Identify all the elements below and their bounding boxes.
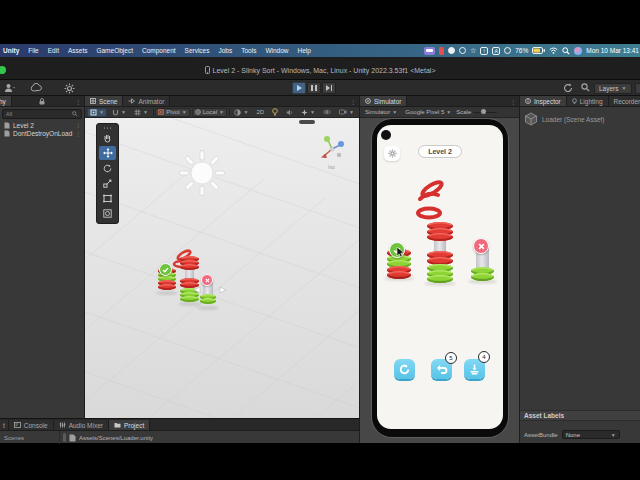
scene-visibility-toggle[interactable] [320, 108, 334, 117]
cloud-icon[interactable] [30, 83, 43, 92]
screen-mirroring-icon[interactable] [424, 47, 435, 55]
status-circle2-icon[interactable] [459, 47, 466, 54]
tab-simulator[interactable]: Simulator [360, 96, 407, 106]
layers-dropdown[interactable]: Layers▼ [594, 83, 632, 94]
panel-menu-icon[interactable]: ⋮ [72, 98, 84, 105]
tab-hierarchy[interactable]: Hierarchy [0, 96, 12, 106]
view-hand-tool[interactable] [99, 131, 116, 145]
panel-menu-icon[interactable]: ⋮ [347, 98, 359, 105]
menu-help[interactable]: Help [298, 47, 311, 54]
menu-gameobject[interactable]: GameObject [96, 47, 133, 54]
row-options-icon[interactable]: ⋮ [76, 131, 85, 137]
view-projection-label[interactable]: Iso [328, 164, 335, 170]
directional-light-gizmo[interactable] [179, 150, 225, 196]
hierarchy-search-input[interactable]: All [2, 109, 82, 119]
menu-clock[interactable]: Mon 10 Mar 13:41 [586, 47, 639, 54]
2d-toggle[interactable]: 2D [253, 108, 267, 117]
tab-animator[interactable]: Animator [123, 96, 170, 106]
rect-tool[interactable] [99, 191, 116, 205]
wifi-icon[interactable] [549, 47, 558, 54]
search-icon[interactable] [581, 83, 590, 92]
hierarchy-row-level2[interactable]: Level 2 ⋮ [0, 121, 84, 130]
lock-icon[interactable] [36, 98, 48, 105]
scene-camera-dropdown[interactable]: ▼ [336, 108, 357, 117]
services-gear-icon[interactable] [64, 83, 75, 94]
menu-assets[interactable]: Assets [68, 47, 88, 54]
scene-check-badge[interactable] [159, 263, 172, 276]
grid-snap-dropdown[interactable]: ▼ [131, 108, 151, 117]
menu-jobs[interactable]: Jobs [219, 47, 233, 54]
slinky-ring-red[interactable] [427, 233, 453, 241]
device-dropdown[interactable]: Google Pixel 5▼ [402, 108, 454, 117]
scene-x-badge[interactable] [201, 274, 213, 286]
stack-middle-upper[interactable] [427, 222, 453, 241]
rotate-tool[interactable] [99, 161, 116, 175]
effects-dropdown[interactable]: ▼ [298, 108, 318, 117]
tab-partial[interactable]: t [0, 420, 9, 430]
orientation-gizmo[interactable] [317, 134, 347, 164]
slinky-ring-red[interactable] [158, 284, 176, 290]
scale-tool[interactable] [99, 176, 116, 190]
stack-middle-lower[interactable] [427, 251, 453, 265]
scene-lighting-toggle[interactable] [269, 108, 281, 117]
toolstrip-grip[interactable] [97, 126, 118, 130]
scene-stack-right-base[interactable] [200, 296, 216, 304]
input-source-icon[interactable]: A [492, 47, 500, 55]
slider-thumb[interactable] [481, 109, 486, 114]
row-options-icon[interactable]: ⋮ [76, 122, 85, 128]
control-center-icon[interactable] [574, 47, 582, 55]
tab-inspector[interactable]: Inspector [520, 96, 567, 106]
tab-project[interactable]: Project [109, 420, 150, 430]
spotlight-search-icon[interactable] [562, 47, 570, 55]
game-settings-button[interactable] [384, 146, 400, 161]
tab-lighting[interactable]: Lighting [567, 96, 609, 106]
asset-labels-header[interactable]: Asset Labels [520, 410, 640, 421]
panel-menu-icon[interactable]: ⋮ [507, 98, 519, 105]
column-splitter[interactable] [63, 433, 66, 442]
step-button[interactable] [322, 82, 336, 94]
menu-component[interactable]: Component [142, 47, 176, 54]
snap-magnet-dropdown[interactable]: ▼ [109, 108, 129, 117]
scene-stack-middle-upper[interactable] [180, 258, 199, 270]
undo-history-icon[interactable] [563, 83, 573, 93]
stack-x-badge[interactable] [473, 238, 489, 254]
restart-button[interactable] [394, 359, 415, 379]
scene-audio-toggle[interactable] [283, 108, 296, 117]
level-indicator-pill[interactable]: Level 2 [418, 145, 462, 158]
camera-settings-dropdown[interactable]: ▼ [231, 108, 251, 117]
menu-tools[interactable]: Tools [241, 47, 256, 54]
record-indicator-icon[interactable] [439, 47, 444, 55]
selected-asset-path[interactable]: Assets/Scenes/Loader.unity [79, 435, 153, 441]
alert-box-icon[interactable]: ! [480, 47, 488, 55]
layout-dropdown[interactable]: Layout▼ [635, 83, 640, 94]
local-dropdown[interactable]: Local▼ [192, 108, 227, 117]
tab-console[interactable]: Console [9, 420, 54, 430]
tool-settings-dropdown[interactable]: ▼ [87, 108, 107, 117]
slinky-ring-green[interactable] [200, 298, 216, 304]
simulator-mode-dropdown[interactable]: Simulator▼ [362, 108, 400, 117]
status-circle-icon[interactable] [448, 47, 455, 54]
star-menu-icon[interactable]: ☆ [470, 47, 476, 54]
menu-edit[interactable]: Edit [48, 47, 59, 54]
account-icon[interactable] [4, 83, 16, 93]
camera-status-icon[interactable] [504, 47, 511, 54]
menu-window[interactable]: Window [265, 47, 288, 54]
overlay-handle[interactable] [299, 120, 315, 124]
tab-scene[interactable]: Scene [85, 96, 123, 106]
tab-recorder[interactable]: Recorder [609, 96, 640, 106]
scale-slider[interactable] [473, 108, 497, 116]
pivot-dropdown[interactable]: Pivot▼ [155, 108, 189, 117]
phone-screen[interactable]: Level 2 [377, 125, 503, 429]
menu-file[interactable]: File [28, 47, 38, 54]
play-button[interactable] [292, 82, 306, 94]
tab-audio-mixer[interactable]: Audio Mixer [54, 420, 109, 430]
scene-viewport[interactable]: Iso [85, 118, 359, 418]
menu-unity[interactable]: Unity [3, 47, 19, 54]
menu-services[interactable]: Services [185, 47, 210, 54]
transform-tool[interactable] [99, 206, 116, 220]
move-tool[interactable] [99, 146, 116, 160]
hierarchy-row-dontdestroyonload[interactable]: DontDestroyOnLoad ⋮ [0, 130, 84, 139]
project-folder-column[interactable]: Scenes [0, 431, 60, 444]
assetbundle-dropdown[interactable]: None▼ [562, 430, 620, 439]
pause-button[interactable] [307, 82, 321, 94]
